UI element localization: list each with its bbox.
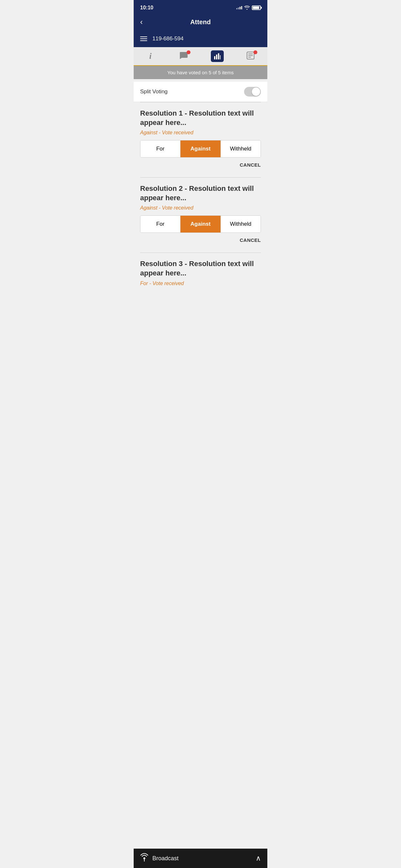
svg-rect-1 [216, 55, 217, 59]
info-icon: i [149, 51, 151, 61]
chat-badge [187, 51, 190, 54]
status-icons [236, 5, 261, 11]
back-button[interactable]: ‹ [140, 18, 143, 26]
resolution-2-section: Resolution 2 - Resolution text will appe… [134, 178, 267, 252]
header: ‹ Attend [134, 14, 267, 32]
toggle-thumb [252, 88, 260, 96]
resolution-1-cancel-row: CANCEL [140, 161, 261, 169]
signal-icon [236, 6, 242, 9]
resolution-3-title: Resolution 3 - Resolution text will appe… [140, 259, 261, 278]
tab-bar: i [134, 47, 267, 66]
svg-rect-0 [214, 56, 215, 59]
split-voting-section: Split Voting [134, 82, 267, 102]
tab-chat[interactable] [176, 50, 192, 63]
resolution-2-vote-buttons: For Against Withheld [140, 215, 261, 233]
split-voting-toggle[interactable] [244, 87, 261, 97]
resolution-2-for-button[interactable]: For [141, 216, 181, 232]
resolution-3-section: Resolution 3 - Resolution text will appe… [134, 253, 267, 316]
hamburger-line-1 [140, 36, 147, 37]
resolution-2-title: Resolution 2 - Resolution text will appe… [140, 184, 261, 203]
resolution-1-for-button[interactable]: For [141, 141, 181, 157]
resolution-2-vote-status: Against - Vote received [140, 205, 261, 211]
page-title: Attend [190, 19, 211, 26]
resolution-1-title: Resolution 1 - Resolution text will appe… [140, 109, 261, 127]
hamburger-line-2 [140, 38, 147, 39]
resolution-1-against-button[interactable]: Against [181, 141, 220, 157]
list-badge [253, 51, 257, 54]
wifi-icon [244, 5, 250, 11]
hamburger-line-3 [140, 40, 147, 41]
status-time: 10:10 [140, 5, 153, 11]
hamburger-menu-button[interactable] [140, 36, 147, 41]
battery-icon [252, 5, 261, 10]
resolution-2-against-button[interactable]: Against [181, 216, 220, 232]
meeting-id: 119-686-594 [152, 35, 183, 42]
vote-banner-text: You have voted on 5 of 5 items [167, 70, 234, 75]
resolution-3-vote-status: For - Vote received [140, 281, 261, 286]
poll-icon-box [211, 51, 224, 62]
resolution-1-cancel-button[interactable]: CANCEL [240, 161, 261, 169]
resolution-1-withheld-button[interactable]: Withheld [221, 141, 260, 157]
vote-banner: You have voted on 5 of 5 items [134, 66, 267, 79]
resolution-2-cancel-row: CANCEL [140, 236, 261, 244]
tab-list[interactable] [243, 50, 258, 63]
tab-info[interactable]: i [143, 50, 158, 63]
status-bar: 10:10 [134, 0, 267, 14]
menu-bar: 119-686-594 [134, 32, 267, 47]
svg-rect-3 [220, 55, 220, 59]
content-area: Split Voting Resolution 1 - Resolution t… [134, 82, 267, 317]
split-voting-label: Split Voting [140, 89, 167, 95]
resolution-1-section: Resolution 1 - Resolution text will appe… [134, 102, 267, 177]
resolution-2-cancel-button[interactable]: CANCEL [240, 236, 261, 244]
tab-poll[interactable] [209, 50, 225, 63]
svg-rect-2 [218, 53, 219, 59]
resolution-1-vote-buttons: For Against Withheld [140, 140, 261, 158]
resolution-1-vote-status: Against - Vote received [140, 130, 261, 135]
resolution-2-withheld-button[interactable]: Withheld [221, 216, 260, 232]
